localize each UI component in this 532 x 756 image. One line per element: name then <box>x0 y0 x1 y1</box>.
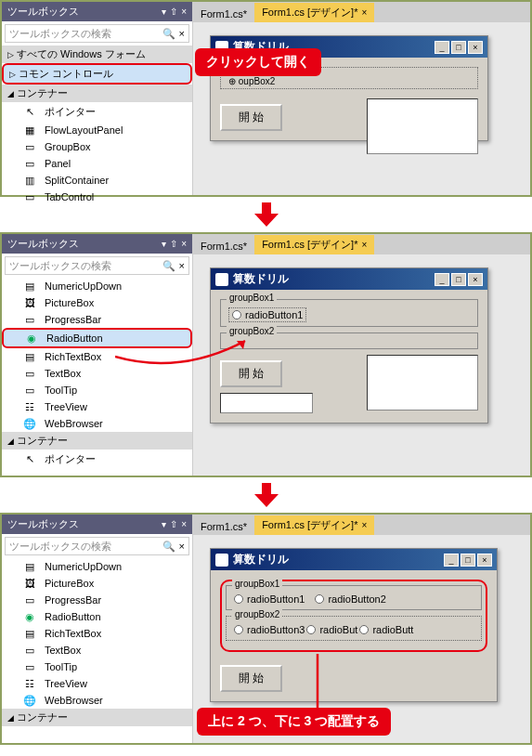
small-field[interactable] <box>220 393 313 413</box>
search-icon[interactable]: 🔍 <box>162 260 175 272</box>
close-icon[interactable]: × <box>181 7 187 17</box>
minimize-icon[interactable]: _ <box>444 554 459 567</box>
picture-icon: 🖼 <box>22 578 37 589</box>
search-input[interactable]: ツールボックスの検索 🔍 × <box>5 537 189 555</box>
tooltip-icon: ▭ <box>22 385 37 396</box>
app-icon <box>215 554 228 567</box>
radio-button-3[interactable]: radioButton3 <box>234 624 305 635</box>
form-titlebar[interactable]: 算数ドリル _ □ × <box>211 268 487 290</box>
tree-item-pointer[interactable]: ↖ポインター <box>2 102 192 122</box>
panel2-icon: ▭ <box>22 158 37 169</box>
tree-item-flowlayoutpanel[interactable]: ▦FlowLayoutPanel <box>2 122 192 138</box>
radio-icon <box>234 594 243 604</box>
minimize-icon[interactable]: _ <box>435 273 449 286</box>
groupbox2[interactable]: groupBox2 <box>220 332 478 349</box>
pin-icon[interactable]: ⇧ <box>170 239 177 249</box>
tree-item-webbrowser[interactable]: 🌐WebBrowser <box>2 692 192 709</box>
tree-item-picturebox[interactable]: 🖼PictureBox <box>2 575 192 592</box>
tree-item-numericupdown[interactable]: ▤NumericUpDown <box>2 558 192 575</box>
tree-item-numericupdown[interactable]: ▤NumericUpDown <box>2 278 192 294</box>
tab-design[interactable]: Form1.cs [デザイン]*× <box>254 515 374 535</box>
groupbox1[interactable]: groupBox1 radioButton1 <box>220 299 478 327</box>
dropdown-icon[interactable]: ▾ <box>162 7 166 17</box>
tab-close-icon[interactable]: × <box>361 7 367 18</box>
close-icon[interactable]: × <box>181 239 187 249</box>
dropdown-icon[interactable]: ▾ <box>162 519 166 529</box>
tree-header-container[interactable]: ◢コンテナー <box>2 432 192 450</box>
toolbox-title: ツールボックス ▾ ⇧ × <box>2 2 192 21</box>
richtext-icon: ▤ <box>22 628 37 639</box>
start-button[interactable]: 開 始 <box>220 104 282 131</box>
search-icon[interactable]: 🔍 <box>162 541 175 553</box>
tree-item-tabcontrol[interactable]: ▭TabControl <box>2 189 192 205</box>
tree-item-tooltip[interactable]: ▭ToolTip <box>2 382 192 398</box>
search-input[interactable]: ツールボックスの検索 🔍 × <box>5 24 189 43</box>
close-window-icon[interactable]: × <box>477 554 492 567</box>
groupbox1[interactable]: groupBox1 radioButton1 radioButton2 <box>226 585 482 610</box>
minimize-icon[interactable]: _ <box>435 41 449 54</box>
search-icon[interactable]: 🔍 <box>162 28 175 40</box>
numeric-icon: ▤ <box>22 561 37 572</box>
text-area[interactable] <box>367 355 478 411</box>
tree-header-container[interactable]: ◢コンテナー <box>2 85 192 102</box>
radio-button-1[interactable]: radioButton1 <box>228 307 306 322</box>
radio-icon <box>359 625 369 634</box>
callout-placement: 上に 2 つ、下に 3 つ配置する <box>197 708 391 736</box>
tree-item-textbox[interactable]: ▭TextBox <box>2 642 192 658</box>
tree-item-tooltip[interactable]: ▭ToolTip <box>2 658 192 675</box>
textbox-icon: ▭ <box>22 645 37 656</box>
start-button[interactable]: 開 始 <box>220 665 282 692</box>
clear-icon[interactable]: × <box>179 28 185 39</box>
tree-item-groupbox[interactable]: ▭GroupBox <box>2 138 192 155</box>
form-titlebar[interactable]: 算数ドリル _ □ × <box>211 549 497 570</box>
progress-icon: ▭ <box>22 314 37 325</box>
textbox-icon: ▭ <box>22 368 37 379</box>
tab-design[interactable]: Form1.cs [デザイン]*× <box>254 235 374 254</box>
tree-item-progressbar[interactable]: ▭ProgressBar <box>2 311 192 328</box>
dropdown-icon[interactable]: ▾ <box>162 239 166 249</box>
tree-item-radiobutton[interactable]: ◉RadioButton <box>2 608 192 625</box>
text-area[interactable] <box>367 98 478 154</box>
tab-code[interactable]: Form1.cs* <box>193 6 254 22</box>
groupbox-icon: ▭ <box>22 141 37 152</box>
progress-icon: ▭ <box>22 594 37 606</box>
tree-item-treeview[interactable]: ☷TreeView <box>2 398 192 415</box>
radio-button-1[interactable]: radioButton1 <box>234 593 305 605</box>
close-window-icon[interactable]: × <box>468 41 483 54</box>
close-window-icon[interactable]: × <box>468 273 483 286</box>
tree-item-progressbar[interactable]: ▭ProgressBar <box>2 592 192 608</box>
radio-button-4[interactable]: radioBut <box>306 624 357 635</box>
tab-close-icon[interactable]: × <box>361 240 367 250</box>
tree-item-richtextbox[interactable]: ▤RichTextBox <box>2 625 192 642</box>
radio-button-5[interactable]: radioButt <box>359 624 413 635</box>
tab-design[interactable]: Form1.cs [デザイン]*× <box>254 3 374 22</box>
tree-item-pointer[interactable]: ↖ポインター <box>2 450 192 469</box>
pin-icon[interactable]: ⇧ <box>170 519 177 529</box>
panel-icon: ▦ <box>22 124 37 136</box>
tree-header-all-forms[interactable]: ▷すべての Windows フォーム <box>2 46 192 63</box>
tree-item-splitcontainer[interactable]: ▥SplitContainer <box>2 172 192 189</box>
tree-header-container[interactable]: ◢コンテナー <box>2 709 192 726</box>
tree-item-treeview[interactable]: ☷TreeView <box>2 675 192 692</box>
picture-icon: 🖼 <box>22 297 37 308</box>
maximize-icon[interactable]: □ <box>451 273 466 286</box>
radio-button-2[interactable]: radioButton2 <box>315 593 385 605</box>
highlighted-groupboxes: groupBox1 radioButton1 radioButton2 grou… <box>220 580 487 652</box>
tree-item-webbrowser[interactable]: 🌐WebBrowser <box>2 415 192 432</box>
tab-code[interactable]: Form1.cs* <box>193 518 254 535</box>
clear-icon[interactable]: × <box>179 541 185 552</box>
tab-code[interactable]: Form1.cs* <box>193 238 254 254</box>
tree-item-panel[interactable]: ▭Panel <box>2 155 192 172</box>
clear-icon[interactable]: × <box>179 260 185 271</box>
tree-item-picturebox[interactable]: 🖼PictureBox <box>2 294 192 311</box>
tab-close-icon[interactable]: × <box>361 520 367 530</box>
web-icon: 🌐 <box>22 695 37 706</box>
pin-icon[interactable]: ⇧ <box>170 7 177 17</box>
search-input[interactable]: ツールボックスの検索 🔍 × <box>5 256 189 275</box>
groupbox2[interactable]: groupBox2 radioButton3radioButradioButt <box>226 616 482 641</box>
tree-header-common-controls[interactable]: ▷コモン コントロール <box>2 63 192 85</box>
maximize-icon[interactable]: □ <box>451 41 466 54</box>
close-icon[interactable]: × <box>181 519 187 529</box>
maximize-icon[interactable]: □ <box>461 554 475 567</box>
treeview-icon: ☷ <box>22 678 37 689</box>
